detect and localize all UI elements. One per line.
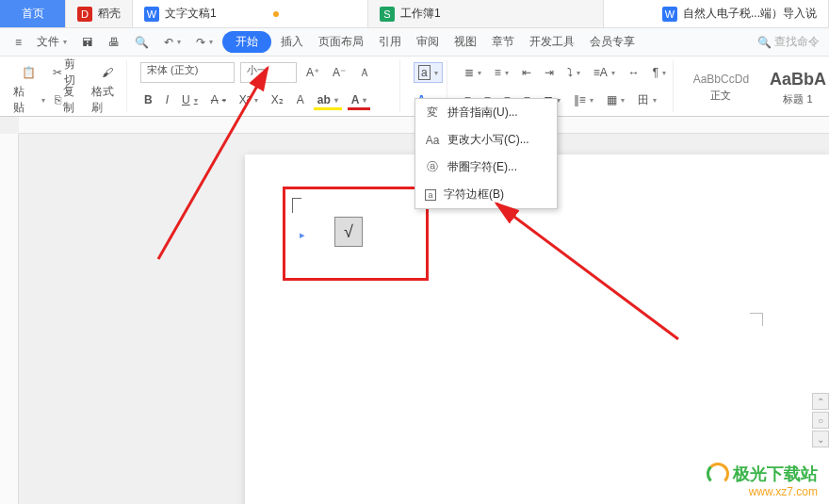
- style-heading1[interactable]: AaBbA 标题 1: [763, 67, 829, 106]
- menu-change-case[interactable]: Aa 更改大小写(C)...: [415, 126, 557, 154]
- paste-label: 粘贴: [13, 84, 34, 116]
- paragraph-corner-mark: [292, 198, 301, 213]
- file-menu[interactable]: 文件▾: [31, 31, 73, 53]
- char-shading-button[interactable]: A: [293, 91, 308, 108]
- italic-button[interactable]: I: [162, 91, 172, 108]
- vertical-ruler[interactable]: [0, 134, 19, 504]
- borders-button[interactable]: 田▾: [634, 90, 660, 110]
- menu-insert[interactable]: 插入: [275, 31, 309, 53]
- align-dist-button[interactable]: ↔: [625, 64, 643, 81]
- style-normal[interactable]: AaBbCcDd 正文: [687, 70, 756, 103]
- format-painter-button[interactable]: 🖌: [92, 60, 122, 85]
- shrink-font-button[interactable]: A⁻: [329, 64, 349, 81]
- style-h1-label: 标题 1: [763, 92, 829, 106]
- show-marks-button[interactable]: ¶▾: [649, 64, 670, 81]
- scroll-controls: ⌃ ○ ⌄: [812, 393, 829, 447]
- shading-button[interactable]: ▦▾: [603, 91, 628, 108]
- sort-button[interactable]: ⤵▾: [563, 64, 584, 81]
- grow-font-button[interactable]: A⁺: [302, 64, 323, 81]
- search-placeholder: 查找命令: [774, 34, 820, 50]
- checked-cell[interactable]: √: [334, 217, 363, 247]
- menu-pinyin-guide[interactable]: 変 拼音指南(U)...: [415, 99, 557, 126]
- print-icon[interactable]: 🖶: [103, 33, 125, 52]
- menu-review[interactable]: 审阅: [411, 31, 445, 53]
- menu-references[interactable]: 引用: [373, 31, 407, 53]
- style-normal-sample: AaBbCcDd: [687, 70, 756, 89]
- tab-document[interactable]: W 文字文稿1: [133, 0, 368, 27]
- font-color-button[interactable]: A▾: [348, 91, 371, 108]
- menu-item-label: 带圈字符(E)...: [447, 159, 517, 175]
- underline-button[interactable]: U▾: [178, 91, 202, 108]
- scroll-up-button[interactable]: ⌃: [812, 393, 829, 410]
- copy-icon: ⎘: [55, 93, 61, 106]
- menu-page-layout[interactable]: 页面布局: [313, 31, 369, 53]
- insert-cursor-icon: ▸: [300, 229, 305, 241]
- tab-label: 文字文稿1: [165, 6, 217, 22]
- strike-button[interactable]: A▾: [207, 91, 230, 108]
- menu-member[interactable]: 会员专享: [584, 31, 641, 53]
- scroll-down-button[interactable]: ⌄: [812, 431, 829, 447]
- tab-spreadsheet[interactable]: S 工作簿1: [368, 0, 604, 27]
- app-menu-icon[interactable]: ≡: [9, 33, 27, 52]
- font-name-value: 宋体 (正文): [147, 64, 198, 75]
- subscript-button[interactable]: X₂: [268, 91, 287, 108]
- menu-devtools[interactable]: 开发工具: [524, 31, 580, 53]
- bold-button[interactable]: B: [140, 91, 156, 108]
- menu-enclose-char[interactable]: ⓐ 带圈字符(E)...: [415, 154, 557, 181]
- watermark-swirl-icon: [707, 463, 729, 485]
- tab-docker[interactable]: D 稻壳: [66, 0, 133, 27]
- indent-button[interactable]: ⇥: [541, 64, 558, 81]
- sheet-icon: S: [380, 7, 395, 22]
- copy-button[interactable]: ⎘复制: [51, 82, 87, 118]
- unsaved-dot-icon: [273, 11, 279, 17]
- menu-char-border[interactable]: a 字符边框(B): [415, 181, 557, 208]
- clear-format-button[interactable]: Ａ: [355, 63, 374, 83]
- paste-button[interactable]: 📋: [13, 60, 43, 85]
- clipboard-group: 📋 ✂剪切 🖌 粘贴▾ ⎘复制 格式刷: [9, 60, 127, 112]
- word-icon: W: [144, 7, 159, 22]
- scroll-mid-button[interactable]: ○: [812, 412, 829, 429]
- brush-icon: 🖌: [97, 62, 118, 83]
- numbering-button[interactable]: ≡▾: [491, 64, 512, 81]
- copy-label: 复制: [63, 84, 83, 116]
- font-name-select[interactable]: 宋体 (正文): [140, 62, 235, 83]
- format-painter-label: 格式刷: [91, 84, 122, 116]
- paste-icon: 📋: [18, 62, 39, 83]
- save-icon[interactable]: 🖬: [76, 33, 99, 52]
- line-spacing-button[interactable]: ≡A▾: [590, 64, 619, 81]
- document-tabs: 首页 D 稻壳 W 文字文稿1 S 工作簿1 W 自然人电子税...端）导入说: [0, 0, 829, 28]
- menu-view[interactable]: 视图: [448, 31, 482, 53]
- line-height-button[interactable]: ‖≡▾: [570, 91, 597, 108]
- redo-icon[interactable]: ↷▾: [190, 33, 219, 52]
- font-size-select[interactable]: 小一: [240, 62, 297, 83]
- menu-start[interactable]: 开始: [222, 31, 271, 53]
- tab-label: 自然人电子税...端）导入说: [683, 6, 817, 22]
- menu-item-label: 更改大小写(C)...: [447, 132, 529, 148]
- preview-icon[interactable]: 🔍: [129, 33, 154, 52]
- tab-home[interactable]: 首页: [0, 0, 66, 27]
- char-border-menu: 変 拼音指南(U)... Aa 更改大小写(C)... ⓐ 带圈字符(E)...…: [414, 98, 558, 209]
- menu-chapter[interactable]: 章节: [486, 31, 520, 53]
- docker-icon: D: [77, 7, 92, 22]
- style-normal-label: 正文: [687, 89, 756, 103]
- search-icon: 🔍: [757, 36, 771, 49]
- bullets-button[interactable]: ≣▾: [461, 64, 485, 81]
- undo-icon[interactable]: ↶▾: [158, 33, 187, 52]
- highlight-button[interactable]: ab▾: [314, 91, 342, 108]
- site-watermark: 极光下载站 www.xz7.com: [707, 463, 818, 498]
- page-corner-mark: [750, 313, 763, 326]
- styles-group: AaBbCcDd 正文 AaBbA 标题 1: [683, 60, 829, 112]
- outdent-button[interactable]: ⇤: [518, 64, 535, 81]
- word-icon: W: [662, 7, 677, 22]
- border-icon: a: [425, 189, 436, 201]
- char-border-dropdown[interactable]: a▾: [414, 62, 443, 83]
- pinyin-icon: 変: [425, 106, 440, 121]
- case-icon: Aa: [425, 133, 440, 148]
- menu-item-label: 拼音指南(U)...: [447, 105, 518, 121]
- command-search[interactable]: 🔍 查找命令: [757, 34, 820, 50]
- superscript-button[interactable]: X²▾: [236, 91, 262, 108]
- file-label: 文件: [37, 34, 59, 50]
- tab-label: 工作簿1: [400, 6, 441, 22]
- enclose-icon: ⓐ: [425, 160, 440, 175]
- tab-tax-doc[interactable]: W 自然人电子税...端）导入说: [651, 0, 829, 27]
